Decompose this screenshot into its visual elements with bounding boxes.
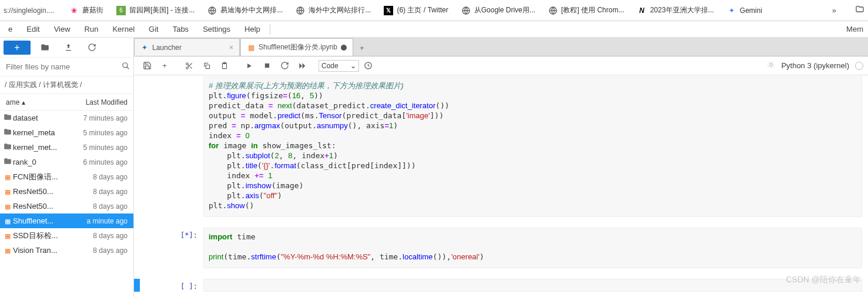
close-icon[interactable]: ×	[229, 44, 233, 52]
kernel-name[interactable]: Python 3 (ipykernel)	[781, 61, 849, 70]
bookmark-item[interactable]: 6留园网[美国] - 连接...	[116, 5, 195, 15]
cell-gutter	[134, 279, 140, 292]
bookmark-label: [教程] 使用 Chrom...	[561, 5, 624, 15]
bookmarks-overflow-icon[interactable]: »	[826, 6, 842, 15]
file-browser-sidebar: + / 应用实践 / 计算机视觉 / ame▴ Last Modified da…	[0, 38, 134, 297]
bookmark-item[interactable]: 海外中文网站排行...	[296, 5, 371, 15]
file-row[interactable]: dataset7 minutes ago	[0, 111, 133, 125]
browser-bookmark-bar: s://singlelogin.... ❀蘑菇街6留园网[美国] - 连接...…	[0, 0, 868, 21]
memory-indicator: Mem	[843, 25, 867, 34]
file-row[interactable]: kernel_meta5 minutes ago	[0, 125, 133, 140]
menu-item-settings[interactable]: Settings	[196, 22, 237, 36]
document-tab[interactable]: ▦Shufflenet图像分类.ipynb	[240, 38, 353, 56]
paste-button[interactable]	[216, 59, 233, 73]
bookmark-label: Gemini	[740, 6, 762, 15]
notebook-content[interactable]: # 推理效果展示(上方为预测的结果，下方为推理效果图片) plt.figure(…	[134, 75, 868, 297]
bookmark-item[interactable]: [教程] 使用 Chrom...	[548, 5, 624, 15]
svg-rect-10	[264, 64, 269, 68]
file-filter-input[interactable]	[4, 60, 122, 74]
file-row[interactable]: rank_06 minutes ago	[0, 155, 133, 169]
header-modified-col[interactable]: Last Modified	[58, 98, 133, 106]
cell-prompt: [ ]:	[162, 279, 203, 292]
svg-point-4	[123, 63, 128, 68]
stop-button[interactable]	[259, 59, 275, 73]
kernel-indicator-icon	[855, 62, 863, 70]
file-row[interactable]: ▦Shufflenet...a minute ago	[0, 213, 133, 228]
file-name: Vision Tran...	[13, 246, 68, 255]
sort-asc-icon: ▴	[22, 98, 25, 106]
svg-point-12	[770, 64, 773, 66]
file-name: dataset	[13, 114, 68, 122]
file-row[interactable]: ▦SSD目标检...8 days ago	[0, 228, 133, 243]
document-tab[interactable]: ✦Launcher×	[134, 38, 240, 56]
file-modified: 8 days ago	[68, 188, 131, 196]
bookmark-icon: ❀	[69, 6, 79, 15]
menu-item-e[interactable]: e	[1, 22, 19, 36]
file-row[interactable]: ▦Vision Tran...8 days ago	[0, 243, 133, 258]
notebook-toolbar: + Code⌄ Python 3 (ipykernel)	[134, 56, 868, 75]
code-cell[interactable]: [ ]:	[134, 278, 868, 293]
bookmark-item[interactable]: N2023年亚洲大学排...	[637, 5, 714, 15]
folder-icon	[2, 157, 13, 167]
file-modified: 8 days ago	[68, 202, 131, 211]
bookmark-icon	[461, 6, 471, 15]
add-tab-button[interactable]: +	[354, 39, 370, 56]
kernel-status[interactable]: Python 3 (ipykernel)	[767, 61, 863, 71]
new-launcher-button[interactable]: +	[4, 41, 31, 55]
folder-icon	[2, 142, 13, 152]
restart-run-all-button[interactable]	[294, 59, 310, 73]
chevron-down-icon: ⌄	[350, 62, 356, 70]
menu-item-run[interactable]: Run	[78, 22, 106, 36]
code-cell[interactable]: [*]: import time print(time.strftime("%Y…	[134, 226, 868, 269]
cell-prompt	[162, 76, 203, 217]
refresh-button[interactable]	[82, 41, 101, 55]
menu-item-view[interactable]: View	[47, 22, 78, 36]
header-name-col[interactable]: ame▴	[0, 98, 58, 106]
file-row[interactable]: kernel_met...5 minutes ago	[0, 140, 133, 155]
bookmark-label: 蘑菇街	[82, 5, 103, 15]
bookmark-item[interactable]: ✦Gemini	[727, 6, 762, 15]
save-button[interactable]	[139, 59, 155, 73]
cell-type-select[interactable]: Code⌄	[319, 60, 359, 72]
restart-button[interactable]	[276, 59, 293, 73]
menu-item-git[interactable]: Git	[142, 22, 166, 36]
file-filter[interactable]	[0, 58, 133, 76]
upload-button[interactable]	[59, 41, 78, 55]
bookmark-item[interactable]: ❀蘑菇街	[69, 5, 103, 15]
tab-icon: ▦	[247, 44, 255, 52]
file-row[interactable]: ▦ResNet50...8 days ago	[0, 199, 133, 213]
menu-item-tabs[interactable]: Tabs	[166, 22, 196, 36]
cell-editor[interactable]: # 推理效果展示(上方为预测的结果，下方为推理效果图片) plt.figure(…	[203, 76, 862, 217]
notebook-icon: ▦	[2, 187, 13, 196]
folder-icon	[2, 128, 13, 138]
menu-item-kernel[interactable]: Kernel	[105, 22, 142, 36]
file-row[interactable]: ▦FCN图像语...8 days ago	[0, 169, 133, 184]
file-list-header: ame▴ Last Modified	[0, 94, 133, 111]
render-button[interactable]	[360, 59, 377, 73]
menu-separator	[270, 24, 270, 35]
code-cell[interactable]: # 推理效果展示(上方为预测的结果，下方为推理效果图片) plt.figure(…	[134, 75, 868, 218]
breadcrumb[interactable]: / 应用实践 / 计算机视觉 /	[0, 76, 133, 94]
bookmark-item[interactable]: 𝕏(6) 主页 / Twitter	[384, 5, 448, 15]
file-modified: a minute ago	[68, 217, 131, 225]
cell-editor[interactable]: import time print(time.strftime("%Y-%m-%…	[203, 228, 862, 268]
bookmark-item[interactable]: 从Google Drive用...	[461, 5, 535, 15]
insert-cell-button[interactable]: +	[156, 59, 173, 73]
bookmarks-folder-icon[interactable]	[855, 5, 864, 16]
file-name: rank_0	[13, 158, 68, 166]
bookmark-icon: 𝕏	[384, 6, 393, 15]
menu-item-edit[interactable]: Edit	[19, 22, 46, 36]
cell-editor[interactable]	[203, 279, 862, 292]
bookmark-item[interactable]: 易迪海外中文网排...	[207, 5, 283, 15]
new-folder-button[interactable]	[35, 41, 54, 55]
file-modified: 8 days ago	[68, 232, 131, 240]
notebook-icon: ▦	[2, 172, 13, 181]
run-button[interactable]	[241, 59, 257, 73]
copy-button[interactable]	[199, 59, 215, 73]
tab-label: Shufflenet图像分类.ipynb	[259, 42, 337, 52]
cut-button[interactable]	[181, 59, 197, 73]
file-name: kernel_met...	[13, 143, 68, 152]
bookmark-label: 海外中文网站排行...	[309, 5, 371, 15]
file-row[interactable]: ▦ResNet50...8 days ago	[0, 184, 133, 199]
menu-item-help[interactable]: Help	[237, 22, 267, 36]
